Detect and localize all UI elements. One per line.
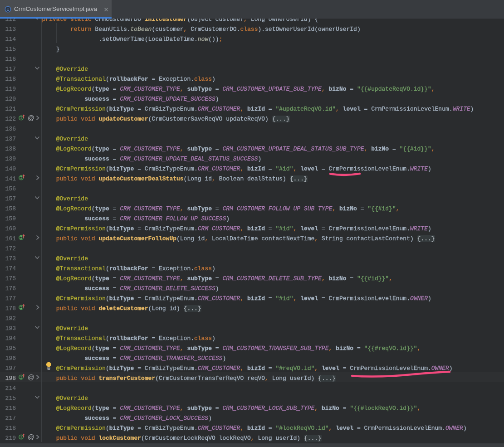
svg-text:C: C [7, 8, 10, 12]
